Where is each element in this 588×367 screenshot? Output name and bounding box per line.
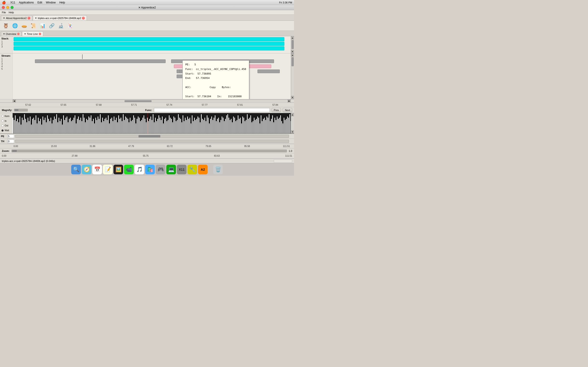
kern-label: Kern [5,115,9,117]
dock-notes-icon[interactable]: 📝 [103,165,112,174]
stream-scroll-up[interactable]: ▲ [291,53,294,57]
svg-rect-230 [276,120,276,133]
pe-input[interactable] [7,134,14,138]
subtab-overview[interactable]: ▼ Overview ✕ [1,31,22,36]
hist-kern-row[interactable]: Kern [1,115,11,117]
histogram-canvas [13,113,291,133]
func-next-button[interactable]: Next [283,108,292,112]
dock-finder-icon[interactable]: 🔍 [71,165,81,174]
tab-triples[interactable]: ▼ triples-acc.x+pat+2825784-18469t.ap2 ✕ [33,15,87,20]
svg-rect-54 [75,115,75,133]
hist-in-row[interactable]: In [1,120,11,122]
pe-scrollbar[interactable] [15,135,289,138]
window-controls[interactable] [2,6,14,9]
toolbar-link-icon[interactable]: 🔗 [48,22,56,30]
dock-safari-icon[interactable]: 🧭 [82,165,91,174]
kern-radio[interactable] [1,115,4,117]
stream-bar-4b [180,69,182,73]
stream-hscroll-right[interactable]: ▶ [288,100,291,103]
func-search-input[interactable] [154,108,270,112]
toolbar-microscope-icon[interactable]: 🔬 [57,22,65,30]
histogram-scrollbar[interactable]: ▲ ▼ [291,113,294,133]
dock-terminal-icon[interactable]: 💻 [166,165,176,174]
out-radio[interactable] [1,125,4,127]
wait-radio[interactable] [1,129,4,132]
dock-x11-icon[interactable]: X11 [177,165,187,174]
subtab-timeline[interactable]: ▼ Time Line ✕ [22,31,43,36]
svg-rect-195 [235,121,236,133]
toolbar-scroll-icon[interactable]: 📜 [29,22,37,30]
svg-rect-192 [232,122,233,133]
dock-facetime-icon[interactable]: 📹 [124,165,134,174]
stream-scrollbar[interactable]: ▲ ▼ [291,53,294,99]
main-content: Stack: 1 2 3 ▲ ▼ Stream: 1 2 3 4 5 [0,36,294,158]
dock-calendar-icon[interactable]: 📅 [92,165,102,174]
maximize-button[interactable] [10,6,14,9]
svg-rect-205 [247,114,248,133]
stack-label: Stack: 1 2 3 [0,36,13,53]
subtab-timeline-close[interactable]: ✕ [39,33,41,35]
menubar-window[interactable]: Window [46,1,56,4]
menubar-x11[interactable]: X11 [10,1,15,4]
svg-rect-4 [17,119,18,133]
toolbar-chart-icon[interactable]: 📊 [39,22,46,30]
func-prev-button[interactable]: Prev [272,108,281,112]
stream-hscrollbar[interactable]: ◀ ▶ [13,99,291,102]
apple-menu[interactable]: 🍎 [2,1,6,4]
magnify-thumb [15,109,18,111]
svg-rect-86 [111,118,112,133]
tab-about-close[interactable]: ✕ [27,17,30,19]
subtab-overview-close[interactable]: ✕ [17,33,19,35]
minimize-button[interactable] [6,6,9,9]
stream-hscroll-left[interactable]: ◀ [13,100,16,103]
in-radio[interactable] [1,120,4,122]
close-button[interactable] [2,6,5,9]
svg-rect-41 [60,121,61,133]
magnify-slider[interactable] [14,109,28,111]
toolbar-pie-icon[interactable]: 🥧 [20,22,28,30]
hist-wait-row[interactable]: Wait [1,129,11,132]
stack-scroll-up[interactable]: ▲ [291,36,294,40]
menu-help[interactable]: Help [9,11,14,14]
svg-rect-226 [271,119,272,133]
hist-out-row[interactable]: Out [1,124,11,127]
svg-rect-208 [250,115,251,133]
tab-about[interactable]: ▼ About Apprentice2 ✕ [1,15,32,20]
histogram-scroll-down[interactable]: ▼ [291,130,294,133]
dock-itunes-icon[interactable]: 🎵 [135,165,144,174]
zoom-slider[interactable] [11,150,287,152]
tab-triples-close[interactable]: ✕ [82,17,85,19]
dock-game-icon[interactable]: 🎮 [156,165,165,174]
stack-scroll-down[interactable]: ▼ [291,50,294,53]
svg-rect-106 [134,118,135,133]
tick-2: 57.68 [96,104,102,106]
menubar-edit[interactable]: Edit [37,1,42,4]
svg-rect-42 [61,119,61,133]
dock-apprentice-icon[interactable]: A2 [198,165,208,174]
dock-trash-icon[interactable]: 🗑️ [213,165,223,174]
svg-rect-165 [201,114,202,133]
dock-appstore-icon[interactable]: 🛍️ [145,165,155,174]
menu-file[interactable]: File [2,11,6,14]
toolbar-cards-icon[interactable]: 🃏 [66,22,74,30]
dock-tools-icon[interactable]: 🔧 [187,165,197,174]
tick-6: 57.81 [237,104,243,106]
stack-scrollbar[interactable]: ▲ ▼ [291,36,294,53]
svg-rect-223 [268,118,268,133]
th-input[interactable] [7,140,14,143]
svg-rect-105 [133,115,134,133]
tab-arrow-icon: ▼ [3,17,5,19]
toolbar-owl-icon[interactable]: 🦉 [2,22,10,30]
stream-scroll-down[interactable]: ▼ [291,96,294,99]
tooltip-end-label: End: [185,77,191,80]
stack-scroll-track [291,40,294,50]
th-scrollbar[interactable] [15,140,289,143]
tick-4: 57.74 [166,104,172,106]
menubar-applications[interactable]: Applications [19,1,34,4]
svg-rect-113 [142,118,143,133]
dock-photos-icon[interactable]: 🖼️ [113,165,123,174]
menubar-help[interactable]: Help [59,1,65,4]
toolbar-globe-icon[interactable]: 🌐 [11,22,19,30]
histogram-scroll-up[interactable]: ▲ [291,113,294,116]
svg-rect-72 [95,118,96,133]
